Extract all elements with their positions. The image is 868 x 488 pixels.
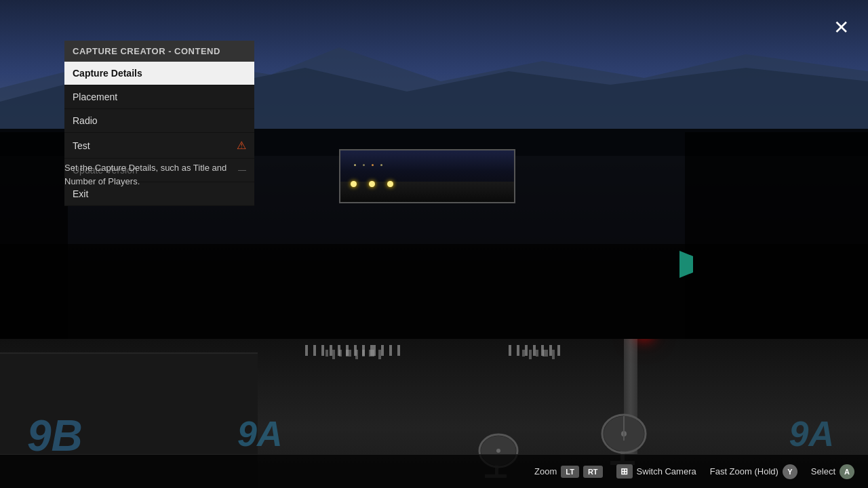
thumb-light-1 [351,181,357,187]
thumbnail-preview [339,149,515,203]
menu-item-radio[interactable]: Radio [64,109,254,133]
hud-zoom-label: Zoom [534,466,557,476]
hud-rt-btn[interactable]: RT [583,466,603,478]
building-sign-9b: 9B [27,411,83,461]
menu-item-test[interactable]: Test ⚠ [64,133,254,159]
hud-select-label: Select [811,466,835,476]
menu-title: CAPTURE CREATOR - CONTEND [64,41,254,62]
svg-point-12 [496,449,500,453]
hud-lt-btn[interactable]: LT [561,466,579,478]
hud-switch-camera-label: Switch Camera [637,466,696,476]
hud-select: Select A [811,464,854,479]
thumb-light-2 [369,181,375,187]
hud-fast-zoom: Fast Zoom (Hold) Y [710,464,797,479]
thumbnail-inner [340,150,514,202]
menu-item-label: Exit [73,188,88,199]
thumb-lights [351,181,393,187]
hud-bar: Zoom LT RT ⊞ Switch Camera Fast Zoom (Ho… [0,454,868,488]
thumb-light-3 [387,181,393,187]
building-sign-9a-right: 9A [789,413,834,454]
menu-item-capture-details[interactable]: Capture Details [64,62,254,85]
close-button[interactable]: ✕ [827,14,854,41]
thumb-city-lights [354,164,382,166]
hud-fast-zoom-label: Fast Zoom (Hold) [710,466,778,476]
menu-item-placement[interactable]: Placement [64,85,254,109]
hud-switch-camera-btn[interactable]: ⊞ [616,464,633,479]
hud-y-btn[interactable]: Y [783,464,797,479]
hud-switch-camera: ⊞ Switch Camera [616,464,696,479]
menu-item-label: Test [73,140,90,151]
description-text: Set the Capture Details, such as Title a… [64,163,226,186]
building-sign-9a-left: 9A [237,413,282,454]
menu-item-label: Capture Details [73,68,142,79]
menu-item-label: Placement [73,92,117,102]
description-box: Set the Capture Details, such as Title a… [64,161,322,188]
runway-detail-marks [326,350,381,359]
hud-a-btn[interactable]: A [840,464,854,479]
runway-detail-marks-2 [522,350,555,359]
menu-item-label: Radio [73,115,98,126]
warning-icon: ⚠ [237,139,246,152]
hud-zoom: Zoom LT RT [534,466,603,478]
